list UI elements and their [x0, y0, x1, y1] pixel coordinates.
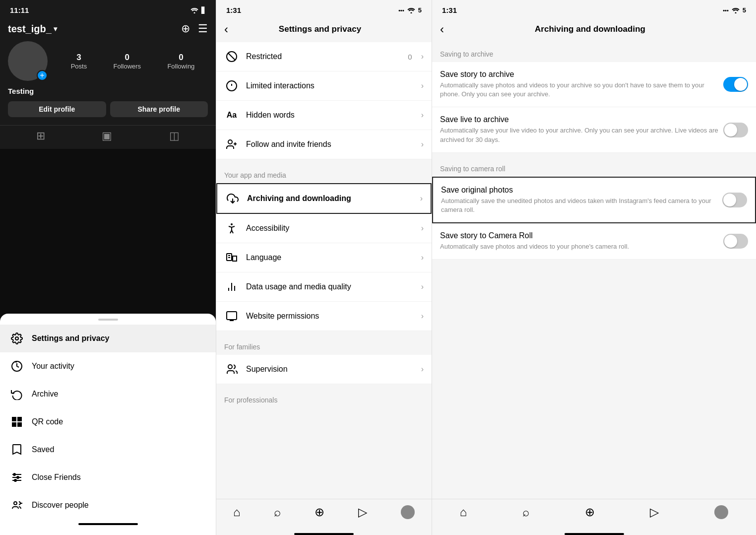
sheet-settings-label: Settings and privacy — [32, 334, 110, 343]
status-icons-panel3: ••• 5 — [723, 6, 746, 14]
settings-item-supervision[interactable]: Supervision › — [216, 355, 432, 384]
hidden-words-icon: Aa — [224, 108, 239, 123]
add-post-icon[interactable]: ⊕ — [181, 22, 190, 35]
edit-profile-button[interactable]: Edit profile — [8, 101, 106, 117]
chevron-down-icon: ▾ — [54, 25, 57, 33]
save-live-text-area: Save live to archive Automatically save … — [440, 115, 723, 144]
svg-point-19 — [410, 12, 412, 13]
username-text: test_igb_ — [8, 23, 52, 35]
svg-point-15 — [17, 476, 19, 478]
sheet-qr-label: QR code — [32, 417, 63, 426]
back-button-archive[interactable]: ‹ — [440, 22, 444, 36]
share-profile-button[interactable]: Share profile — [110, 101, 208, 117]
back-button-settings[interactable]: ‹ — [224, 22, 228, 36]
settings-nav-bar: ‹ Settings and privacy — [216, 18, 432, 42]
archive-item-save-live[interactable]: Save live to archive Automatically save … — [432, 107, 756, 152]
accessibility-label: Accessibility — [246, 224, 414, 233]
settings-item-data[interactable]: Data usage and media quality › — [216, 272, 432, 302]
profile-stats: 3 Posts 0 Followers 0 Following — [58, 53, 208, 70]
settings-item-archiving[interactable]: Archiving and downloading › — [216, 183, 432, 214]
story-camera-roll-toggle[interactable] — [723, 234, 748, 249]
tagged-tab-icon[interactable]: ◫ — [169, 130, 180, 142]
restricted-label: Restricted — [246, 52, 401, 61]
save-live-toggle[interactable] — [723, 123, 748, 137]
sheet-item-close-friends[interactable]: Close Friends — [0, 464, 216, 491]
sheet-item-settings[interactable]: Settings and privacy — [0, 325, 216, 352]
language-chevron-icon: › — [421, 253, 424, 262]
divider-archive-1 — [432, 153, 756, 157]
save-live-desc: Automatically save your live video to yo… — [440, 126, 723, 144]
sheet-item-activity[interactable]: Your activity — [0, 352, 216, 380]
avatar: + — [8, 41, 48, 81]
sheet-item-qr[interactable]: QR code — [0, 408, 216, 436]
home-nav-icon[interactable]: ⌂ — [233, 505, 241, 519]
status-bar-panel1: 11:11 ▋ — [0, 0, 216, 18]
add-nav-icon-p3[interactable]: ⊕ — [585, 505, 595, 519]
save-live-toggle-knob — [724, 124, 737, 136]
status-bar-panel3: 1:31 ••• 5 — [432, 0, 756, 18]
svg-rect-10 — [19, 424, 20, 425]
sheet-item-archive[interactable]: Archive — [0, 380, 216, 408]
section-professionals-label: For professionals — [216, 388, 432, 408]
svg-rect-9 — [13, 424, 15, 425]
igtv-tab-icon[interactable]: ▣ — [102, 130, 112, 142]
add-nav-icon[interactable]: ⊕ — [315, 505, 324, 519]
settings-item-accessibility[interactable]: Accessibility › — [216, 214, 432, 243]
grid-tab-icon[interactable]: ⊞ — [36, 130, 45, 142]
archive-scroll-area[interactable]: Saving to archive Save story to archive … — [432, 42, 756, 499]
saving-to-camera-label: Saving to camera roll — [432, 157, 756, 177]
sheet-item-discover[interactable]: Discover people — [0, 491, 216, 519]
qr-icon — [10, 415, 24, 429]
data-icon — [224, 279, 239, 294]
settings-item-language[interactable]: Language › — [216, 243, 432, 272]
time-panel3: 1:31 — [442, 6, 457, 14]
accessibility-chevron-icon: › — [421, 224, 424, 233]
save-live-title: Save live to archive — [440, 115, 723, 124]
settings-item-website[interactable]: Website permissions › — [216, 302, 432, 331]
followers-count: 0 — [113, 53, 141, 63]
home-nav-icon-p3[interactable]: ⌂ — [460, 505, 467, 519]
settings-scroll-area[interactable]: Restricted 0 › Limited interactions › Aa… — [216, 42, 432, 499]
original-photos-toggle[interactable] — [722, 193, 747, 207]
archiving-label: Archiving and downloading — [247, 194, 413, 203]
limited-chevron-icon: › — [421, 81, 424, 90]
settings-item-restricted[interactable]: Restricted 0 › — [216, 42, 432, 71]
stat-posts: 3 Posts — [71, 53, 87, 70]
settings-item-follow[interactable]: Follow and invite friends › — [216, 130, 432, 159]
sheet-handle — [98, 319, 118, 321]
save-story-toggle[interactable] — [723, 77, 748, 92]
archive-item-original-photos[interactable]: Save original photos Automatically save … — [432, 177, 756, 223]
reels-nav-icon[interactable]: ▷ — [358, 505, 367, 519]
profile-nav-icon-p3[interactable] — [714, 505, 728, 519]
svg-rect-36 — [227, 312, 237, 320]
save-story-desc: Automatically save photos and videos to … — [440, 81, 723, 99]
restricted-badge: 0 — [408, 53, 412, 61]
battery-icon-p2: 5 — [418, 6, 422, 14]
language-label: Language — [246, 253, 414, 262]
posts-label: Posts — [71, 63, 87, 70]
panel-profile: 11:11 ▋ test_igb_ ▾ ⊕ ☰ + — [0, 0, 216, 535]
settings-item-hidden-words[interactable]: Aa Hidden words › — [216, 101, 432, 130]
search-nav-icon-p3[interactable]: ⌕ — [522, 505, 529, 519]
avatar-add-icon[interactable]: + — [37, 70, 48, 81]
home-indicator-panel1 — [78, 523, 138, 525]
original-photos-text-area: Save original photos Automatically save … — [441, 186, 722, 214]
limited-icon — [224, 78, 239, 93]
archive-item-story-camera-roll[interactable]: Save story to Camera Roll Automatically … — [432, 223, 756, 260]
following-count: 0 — [167, 53, 194, 63]
settings-icon — [10, 332, 24, 345]
saved-icon — [10, 443, 24, 457]
follow-chevron-icon: › — [421, 140, 424, 149]
sheet-item-saved[interactable]: Saved — [0, 436, 216, 464]
search-nav-icon[interactable]: ⌕ — [274, 505, 281, 519]
reels-nav-icon-p3[interactable]: ▷ — [650, 505, 659, 519]
menu-icon[interactable]: ☰ — [198, 22, 208, 35]
story-camera-roll-title: Save story to Camera Roll — [440, 231, 723, 240]
profile-nav-icon[interactable] — [401, 505, 415, 519]
profile-action-buttons: Edit profile Share profile — [0, 101, 216, 125]
original-photos-desc: Automatically save the unedited photos a… — [441, 197, 722, 214]
sheet-archive-label: Archive — [32, 390, 58, 399]
settings-item-limited[interactable]: Limited interactions › — [216, 71, 432, 101]
panel-archiving: 1:31 ••• 5 ‹ Archiving and downloading S… — [432, 0, 756, 535]
archive-item-save-story[interactable]: Save story to archive Automatically save… — [432, 62, 756, 107]
